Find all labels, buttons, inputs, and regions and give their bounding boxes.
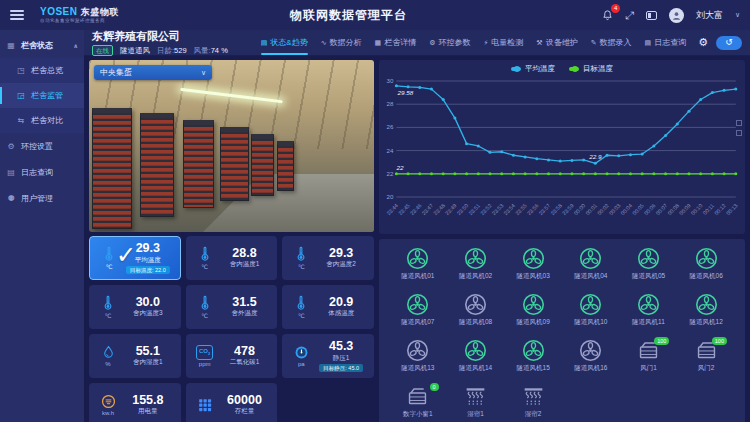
- fullscreen-icon[interactable]: ⤢: [625, 10, 634, 21]
- device-隧道风机03[interactable]: 隧道风机03: [504, 247, 562, 291]
- device-湿帘2[interactable]: 湿帘2: [504, 385, 562, 422]
- stat-card-静压1[interactable]: pa45.3静压1目标静压: 45.0: [282, 334, 374, 378]
- device-风门2[interactable]: 风门2100: [677, 339, 735, 383]
- tab-环控参数[interactable]: ⚙环控参数: [429, 30, 470, 56]
- device-隧道风机15[interactable]: 隧道风机15: [504, 339, 562, 383]
- device-风门1[interactable]: 风门1100: [620, 339, 678, 383]
- stat-card-舍内湿度1[interactable]: %55.1舍内湿度1: [89, 334, 181, 378]
- camera-select-dropdown[interactable]: 中央集蛋 ∨: [94, 65, 212, 80]
- card-label: 舍内温度3: [133, 309, 163, 318]
- device-数字小窗1[interactable]: 数字小窗10: [389, 385, 447, 422]
- sidebar-item-环控设置[interactable]: ⚙环控设置: [0, 133, 84, 159]
- card-label: 平均温度: [135, 256, 161, 265]
- stat-card-存栏量[interactable]: 60000存栏量: [186, 383, 278, 422]
- device-隧道风机11[interactable]: 隧道风机11: [620, 293, 678, 337]
- stat-card-平均温度[interactable]: ℃29.3平均温度目标温度: 22.0✓: [89, 236, 181, 280]
- device-隧道风机05[interactable]: 隧道风机05: [620, 247, 678, 291]
- card-unit: ppm: [199, 361, 211, 367]
- chart-toolbox-icon[interactable]: [736, 130, 742, 136]
- svg-text:00:08: 00:08: [666, 203, 680, 217]
- gauge-icon: [294, 345, 309, 360]
- device-隧道风机14[interactable]: 隧道风机14: [447, 339, 505, 383]
- stat-card-舍外温度[interactable]: ℃31.5舍外温度: [186, 285, 278, 329]
- tab-日志查询[interactable]: ▤日志查询: [645, 30, 687, 56]
- username[interactable]: 刘大富: [696, 9, 723, 22]
- sidebar-item-label: 用户管理: [21, 193, 53, 204]
- svg-text:00:13: 00:13: [725, 203, 739, 217]
- device-隧道风机08[interactable]: 隧道风机08: [447, 293, 505, 337]
- notification-button[interactable]: 4: [602, 9, 613, 21]
- sidebar-item-栏舍总览[interactable]: ◳栏舍总览: [0, 58, 84, 83]
- stat-cards: ℃29.3平均温度目标温度: 22.0✓℃28.8舍内温度1℃29.3舍内温度2…: [89, 236, 374, 422]
- card-unit: pa: [298, 361, 305, 367]
- card-unit: ℃: [298, 263, 305, 270]
- stat-card-体感温度[interactable]: ℃20.9体感温度: [282, 285, 374, 329]
- stat-card-舍内温度2[interactable]: ℃29.3舍内温度2: [282, 236, 374, 280]
- sidebar-item-用户管理[interactable]: ⚉用户管理: [0, 185, 84, 211]
- sidebar-item-栏舍状态[interactable]: ▦栏舍状态∧: [0, 32, 84, 58]
- stat-card-舍内温度3[interactable]: ℃30.0舍内温度3: [89, 285, 181, 329]
- device-隧道风机09[interactable]: 隧道风机09: [504, 293, 562, 337]
- tab-状态&趋势[interactable]: ▤状态&趋势: [261, 30, 308, 56]
- svg-text:22: 22: [387, 171, 394, 177]
- legend-marker-icon: [569, 67, 579, 71]
- svg-text:23:50: 23:50: [456, 203, 470, 217]
- company-name: 东辉养殖有限公司: [92, 29, 228, 44]
- svg-text:23:53: 23:53: [491, 203, 505, 217]
- device-opening-badge: 100: [654, 337, 669, 345]
- device-隧道风机16[interactable]: 隧道风机16: [562, 339, 620, 383]
- chart-toolbox-icon[interactable]: [736, 120, 742, 126]
- device-label: 隧道风机11: [632, 318, 665, 327]
- layout-panel-icon[interactable]: [646, 11, 657, 20]
- device-label: 隧道风机16: [574, 364, 607, 373]
- card-value: 155.8: [132, 394, 163, 407]
- device-隧道风机13[interactable]: 隧道风机13: [389, 339, 447, 383]
- device-label: 隧道风机13: [401, 364, 434, 373]
- params-icon: ⚙: [429, 39, 435, 47]
- svg-text:23:58: 23:58: [549, 203, 563, 217]
- sidebar-item-栏舍对比[interactable]: ⇆栏舍对比: [0, 108, 84, 133]
- card-value: 30.0: [136, 296, 160, 309]
- tab-数据分析[interactable]: ∿数据分析: [321, 30, 362, 56]
- svg-text:23:49: 23:49: [444, 203, 458, 217]
- legend-item-平均温度[interactable]: 平均温度: [511, 64, 555, 74]
- chevron-down-icon[interactable]: ∨: [735, 11, 740, 19]
- tab-电量检测[interactable]: ⚡电量检测: [483, 30, 523, 56]
- card-label: 舍内温度2: [326, 260, 356, 269]
- device-隧道风机06[interactable]: 隧道风机06: [677, 247, 735, 291]
- stat-card-用电量[interactable]: kw.h155.8用电量: [89, 383, 181, 422]
- fan-icon: [695, 247, 718, 270]
- svg-text:00:05: 00:05: [631, 203, 645, 217]
- device-隧道风机07[interactable]: 隧道风机07: [389, 293, 447, 337]
- tab-栏舍详情[interactable]: ▦栏舍详情: [375, 30, 417, 56]
- device-label: 隧道风机15: [517, 364, 550, 373]
- menu-toggle-icon[interactable]: [10, 10, 24, 20]
- tab-数据录入[interactable]: ✎数据录入: [591, 30, 632, 56]
- device-隧道风机10[interactable]: 隧道风机10: [562, 293, 620, 337]
- user-icon: ⚉: [6, 194, 16, 203]
- avatar[interactable]: [669, 8, 684, 23]
- power-icon: ⚡: [483, 39, 488, 47]
- legend-item-目标温度[interactable]: 目标温度: [569, 64, 613, 74]
- legend-label: 平均温度: [525, 64, 555, 74]
- stat-card-舍内温度1[interactable]: ℃28.8舍内温度1: [186, 236, 278, 280]
- brand-name-cn: 东盛物联: [81, 7, 119, 17]
- device-隧道风机12[interactable]: 隧道风机12: [677, 293, 735, 337]
- device-grid: 隧道风机01隧道风机02隧道风机03隧道风机04隧道风机05隧道风机06隧道风机…: [379, 239, 745, 422]
- fan-icon: [464, 247, 487, 270]
- device-隧道风机01[interactable]: 隧道风机01: [389, 247, 447, 291]
- assistant-button[interactable]: ↺: [716, 36, 742, 50]
- user-icon: [671, 10, 682, 21]
- sidebar-item-栏舍监管[interactable]: ◲栏舍监管: [0, 83, 84, 108]
- device-隧道风机02[interactable]: 隧道风机02: [447, 247, 505, 291]
- wet-curtain-icon: [464, 385, 487, 408]
- tab-label: 状态&趋势: [270, 37, 307, 48]
- settings-gear-icon[interactable]: ⚙: [698, 36, 708, 49]
- device-隧道风机04[interactable]: 隧道风机04: [562, 247, 620, 291]
- card-value: 478: [234, 345, 255, 358]
- sidebar-item-日志查询[interactable]: ▤日志查询: [0, 159, 84, 185]
- stat-card-二氧化碳1[interactable]: CO2ppm478二氧化碳1: [186, 334, 278, 378]
- device-湿帘1[interactable]: 湿帘1: [447, 385, 505, 422]
- fan-icon: [464, 339, 487, 362]
- tab-设备维护[interactable]: ⚒设备维护: [536, 30, 577, 56]
